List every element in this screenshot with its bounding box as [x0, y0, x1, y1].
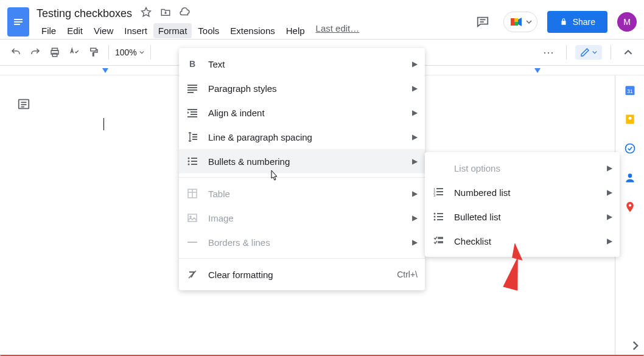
menu-insert[interactable]: Insert — [119, 23, 152, 38]
submenu-checklist[interactable]: Checklist ▶ — [425, 229, 620, 253]
clear-format-icon — [186, 270, 198, 279]
svg-point-38 — [188, 161, 190, 162]
menu-line-spacing[interactable]: Line & paragraph spacing ▶ — [179, 125, 425, 149]
svg-rect-25 — [187, 85, 197, 86]
menu-divider — [179, 177, 425, 178]
submenu-arrow-icon: ▶ — [412, 214, 418, 222]
cloud-status-icon[interactable] — [180, 7, 191, 21]
list-icon — [186, 156, 198, 166]
line-icon — [186, 237, 198, 247]
document-title[interactable]: Testing checkboxes — [37, 7, 132, 20]
submenu-arrow-icon: ▶ — [412, 84, 418, 92]
svg-rect-7 — [514, 18, 518, 22]
svg-point-37 — [188, 158, 190, 159]
more-tools-button[interactable]: ⋯ — [541, 44, 558, 61]
bulleted-list-icon — [432, 212, 444, 222]
svg-rect-54 — [436, 191, 443, 192]
svg-point-58 — [434, 219, 436, 221]
menu-align-indent[interactable]: Align & indent ▶ — [179, 100, 425, 125]
submenu-arrow-icon: ▶ — [412, 238, 418, 246]
svg-rect-60 — [437, 216, 443, 217]
svg-rect-28 — [187, 92, 194, 93]
print-button[interactable] — [46, 44, 63, 61]
star-icon[interactable] — [141, 7, 152, 21]
paragraph-icon — [186, 83, 198, 93]
svg-rect-59 — [437, 213, 443, 214]
chevron-down-icon — [592, 50, 597, 55]
meet-button[interactable] — [503, 12, 537, 32]
spellcheck-button[interactable] — [66, 44, 83, 61]
calendar-icon[interactable]: 31 — [624, 84, 636, 96]
document-outline-button[interactable] — [17, 97, 30, 113]
svg-rect-35 — [192, 136, 197, 138]
zoom-selector[interactable]: 100% — [115, 47, 144, 57]
indent-marker-right[interactable] — [534, 68, 541, 73]
account-avatar[interactable]: M — [617, 12, 637, 32]
svg-rect-27 — [187, 89, 197, 91]
paint-format-button[interactable] — [85, 44, 102, 61]
format-dropdown: B Text ▶ Paragraph styles ▶ Align & inde… — [179, 48, 425, 290]
svg-text:3: 3 — [433, 194, 436, 197]
menu-bullets-numbering[interactable]: Bullets & numbering ▶ — [179, 149, 425, 173]
submenu-arrow-icon: ▶ — [412, 133, 418, 141]
menu-extensions[interactable]: Extensions — [225, 23, 279, 38]
image-icon — [186, 213, 198, 223]
menu-help[interactable]: Help — [281, 23, 310, 38]
menu-clear-formatting[interactable]: Clear formatting Ctrl+\ — [179, 262, 425, 287]
menu-text[interactable]: B Text ▶ — [179, 52, 425, 76]
indent-icon — [186, 108, 198, 117]
contacts-icon[interactable] — [624, 172, 636, 184]
undo-button[interactable] — [7, 44, 24, 61]
last-edit-link[interactable]: Last edit… — [316, 23, 360, 38]
menu-paragraph-styles[interactable]: Paragraph styles ▶ — [179, 76, 425, 100]
menu-file[interactable]: File — [37, 23, 61, 38]
tasks-icon[interactable] — [624, 142, 636, 155]
menu-format[interactable]: Format — [153, 23, 192, 38]
zoom-value: 100% — [115, 47, 137, 57]
indent-marker-left[interactable] — [102, 68, 108, 73]
move-icon[interactable] — [160, 7, 171, 21]
menu-edit[interactable]: Edit — [62, 23, 88, 38]
menu-view[interactable]: View — [89, 23, 118, 38]
google-docs-logo[interactable] — [7, 7, 29, 37]
keep-icon[interactable] — [624, 113, 636, 125]
svg-point-39 — [188, 164, 190, 166]
svg-point-24 — [628, 204, 631, 206]
pencil-icon — [580, 47, 590, 57]
submenu-arrow-icon: ▶ — [412, 189, 418, 198]
svg-rect-42 — [191, 164, 197, 165]
svg-point-57 — [434, 216, 436, 218]
comment-history-icon[interactable] — [472, 11, 494, 33]
svg-rect-26 — [187, 87, 197, 88]
lock-icon — [559, 18, 568, 26]
svg-rect-55 — [436, 194, 443, 195]
svg-rect-46 — [188, 214, 197, 222]
svg-point-56 — [434, 213, 436, 215]
svg-point-22 — [625, 144, 634, 153]
bullets-numbering-submenu: List options ▶ 123 Numbered list ▶ Bulle… — [425, 152, 620, 257]
redo-button[interactable] — [27, 44, 44, 61]
share-button[interactable]: Share — [547, 11, 607, 33]
shortcut-label: Ctrl+\ — [397, 270, 418, 279]
submenu-bulleted-list[interactable]: Bulleted list ▶ — [425, 204, 620, 229]
menu-image: Image ▶ — [179, 206, 425, 230]
submenu-arrow-icon: ▶ — [607, 188, 612, 197]
menu-table: Table ▶ — [179, 181, 425, 206]
maps-icon[interactable] — [624, 201, 636, 213]
line-spacing-icon — [186, 132, 198, 142]
menu-tools[interactable]: Tools — [193, 23, 224, 38]
svg-rect-63 — [438, 242, 443, 243]
editing-mode-button[interactable] — [575, 45, 602, 60]
submenu-arrow-icon: ▶ — [607, 237, 612, 245]
svg-rect-41 — [191, 161, 197, 162]
submenu-numbered-list[interactable]: 123 Numbered list ▶ — [425, 180, 620, 204]
svg-rect-36 — [192, 139, 197, 140]
svg-rect-31 — [191, 114, 197, 115]
share-label: Share — [573, 17, 595, 27]
expand-side-panel-button[interactable] — [631, 341, 640, 352]
collapse-toolbar-button[interactable] — [620, 44, 637, 61]
svg-rect-13 — [91, 48, 96, 51]
svg-rect-6 — [511, 18, 514, 26]
table-icon — [186, 189, 198, 198]
svg-point-21 — [628, 117, 631, 120]
